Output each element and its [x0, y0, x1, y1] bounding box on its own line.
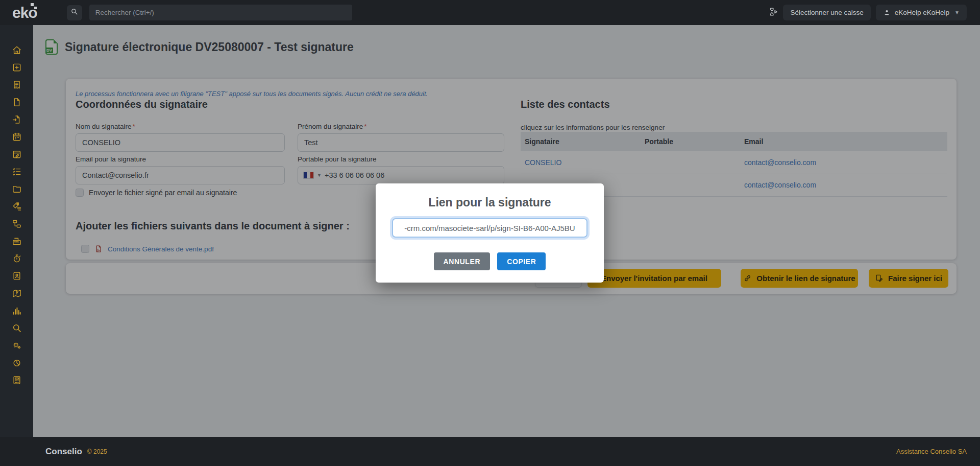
logo-pixel-icon — [34, 7, 37, 9]
signature-link-input[interactable] — [392, 218, 587, 238]
sidebar-item-export-document[interactable] — [8, 114, 26, 125]
sidebar-item-parametres[interactable] — [8, 340, 26, 351]
folder-icon — [12, 184, 22, 194]
pie-chart-icon — [12, 358, 22, 368]
modal-buttons: ANNULER COPIER — [376, 252, 604, 270]
home-icon — [12, 45, 22, 55]
calculator-icon — [12, 375, 22, 385]
footer: Conselio © 2025 Assistance Conselio SA — [0, 437, 980, 466]
user-icon — [883, 9, 891, 16]
calendar-edit-icon — [12, 149, 22, 159]
bar-chart-icon — [12, 306, 22, 316]
receipt-icon — [12, 80, 22, 90]
task-list-icon — [12, 167, 22, 177]
hierarchy-icon — [12, 219, 22, 229]
user-name: eKoHelp eKoHelp — [895, 9, 949, 16]
sidebar-item-rapports[interactable] — [8, 357, 26, 368]
modal-title: Lien pour la signature — [376, 196, 604, 209]
search-input[interactable] — [89, 5, 352, 20]
assistance-link[interactable]: Assistance Conselio SA — [896, 448, 967, 455]
select-caisse-label: Sélectionner une caisse — [790, 9, 863, 16]
copy-button[interactable]: COPIER — [497, 252, 546, 270]
sidebar-item-dossiers[interactable] — [8, 183, 26, 194]
document-icon — [12, 97, 22, 107]
sidebar-item-factures[interactable] — [8, 79, 26, 90]
footer-brand: Conselio — [45, 447, 82, 457]
chevron-down-icon: ▼ — [954, 10, 960, 15]
select-caisse-button[interactable]: Sélectionner une caisse — [783, 5, 870, 20]
document-export-icon — [12, 114, 22, 125]
settings-icon — [12, 340, 22, 351]
document-add-icon — [12, 62, 22, 73]
sidebar-item-comptabilite[interactable] — [8, 375, 26, 385]
sidebar-item-annuaire[interactable] — [8, 270, 26, 281]
app-root: eko Sélectionner une caisse eKoHelp eKoH… — [0, 0, 980, 466]
search-icon-button[interactable] — [67, 5, 82, 20]
map-icon — [12, 288, 22, 298]
sidebar-item-documents[interactable] — [8, 97, 26, 107]
sidebar-item-accueil[interactable] — [8, 44, 26, 55]
sidebar-item-planning[interactable] — [8, 149, 26, 159]
sidebar-item-calendrier[interactable] — [8, 131, 26, 142]
sidebar-item-carte[interactable] — [8, 288, 26, 298]
sidebar-item-recherche[interactable] — [8, 322, 26, 333]
sidebar-nav — [0, 25, 33, 437]
price-tag-icon — [12, 201, 22, 212]
logo-pixel-icon — [31, 3, 34, 6]
eko-logo-text: eko — [12, 4, 37, 21]
sidebar-item-caisse[interactable] — [8, 236, 26, 246]
address-book-icon — [12, 271, 22, 281]
sidebar-item-etiquettes[interactable] — [8, 201, 26, 212]
sidebar-item-statistiques[interactable] — [8, 305, 26, 316]
search-icon — [12, 323, 22, 333]
sidebar-item-temps[interactable] — [8, 253, 26, 264]
sidebar-item-organisation[interactable] — [8, 218, 26, 229]
sidebar-item-taches[interactable] — [8, 166, 26, 177]
topbar-right: Sélectionner une caisse eKoHelp eKoHelp … — [767, 5, 967, 20]
cash-register-icon — [12, 236, 22, 246]
search-icon — [70, 8, 78, 17]
hourglass-play-icon — [767, 6, 778, 19]
signature-link-modal: Lien pour la signature ANNULER COPIER — [376, 183, 604, 283]
stopwatch-icon — [12, 253, 22, 264]
user-menu[interactable]: eKoHelp eKoHelp ▼ — [876, 5, 967, 20]
topbar: eko Sélectionner une caisse eKoHelp eKoH… — [0, 0, 980, 25]
eko-logo[interactable]: eko — [12, 5, 37, 20]
session-timer-icon[interactable] — [767, 6, 778, 19]
sidebar-item-nouveau-document[interactable] — [8, 62, 26, 73]
calendar-icon — [12, 132, 22, 142]
cancel-button[interactable]: ANNULER — [434, 252, 491, 270]
footer-copyright: © 2025 — [87, 448, 107, 455]
